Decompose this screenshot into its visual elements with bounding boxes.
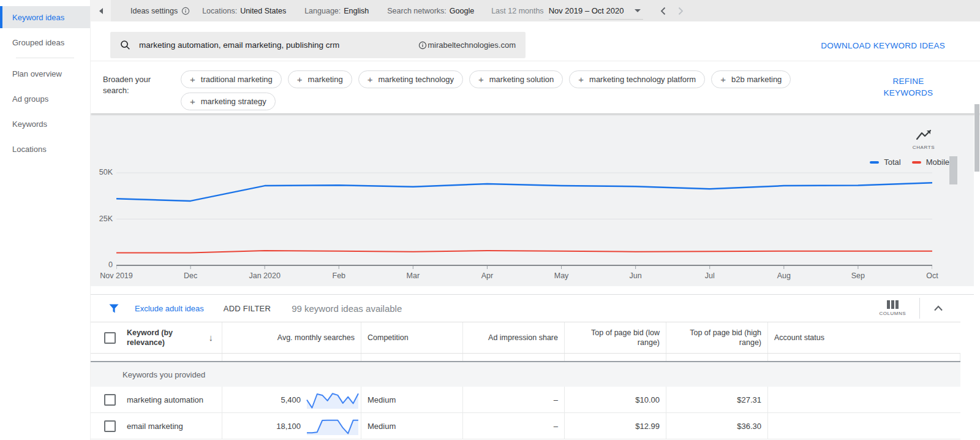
sidebar-item-keyword-ideas[interactable]: Keyword ideas (0, 6, 90, 28)
row-checkbox[interactable] (104, 394, 116, 406)
sidebar-divider (16, 58, 74, 58)
dropdown-arrow-icon (635, 9, 641, 12)
next-period-button[interactable] (678, 7, 684, 15)
search-site-filter[interactable]: mirabeltechnologies.com (418, 40, 516, 50)
keyword-search-input[interactable]: marketing automation, email marketing, p… (110, 32, 526, 58)
table-row-email-marketing: email marketing18,100Medium–$12.99$36.30 (91, 413, 960, 439)
row-checkbox[interactable] (104, 420, 116, 432)
section-label: Keywords you provided (123, 370, 205, 379)
sidebar-item-label: Plan overview (12, 69, 62, 78)
charts-toggle-button[interactable]: CHARTS (904, 129, 943, 150)
download-keyword-ideas-button[interactable]: DOWNLOAD KEYWORD IDEAS (821, 41, 945, 50)
y-axis-tick-label: 25K (92, 214, 113, 223)
x-axis-tick-label: Sep (851, 271, 865, 280)
collapse-table-button[interactable] (933, 305, 943, 311)
keyword-cell: email marketing (91, 413, 222, 439)
header-cell-competition[interactable]: Competition (361, 322, 463, 353)
broaden-chip-traditional-marketing[interactable]: +traditional marketing (181, 70, 282, 88)
broaden-chips-container: +traditional marketing+marketing+marketi… (181, 70, 836, 110)
header-cell-top-of-page-bid-high-range[interactable]: Top of page bid (high range) (666, 322, 768, 353)
search-networks-setting[interactable]: Search networks: Google (387, 7, 474, 15)
bid-high-cell: $27.31 (666, 387, 768, 412)
header-cell-ad-impression-share[interactable]: Ad impression share (463, 322, 565, 353)
x-axis-tick-label: Oct (926, 271, 938, 280)
x-axis-tick-label: Apr (481, 271, 493, 280)
search-networks-value: Google (450, 7, 474, 15)
chip-label: marketing technology platform (589, 75, 696, 84)
charts-icon (916, 129, 932, 142)
sidebar-item-label: Keywords (12, 119, 47, 129)
chart-scrollbar-thumb[interactable] (949, 156, 957, 184)
broaden-chip-marketing-solution[interactable]: +marketing solution (469, 70, 563, 88)
x-axis-tick-label: Aug (777, 271, 791, 280)
previous-period-button[interactable] (660, 7, 666, 15)
avg-monthly-searches-cell: 18,100 (222, 413, 361, 439)
x-axis-tick-label: Jan 2020 (249, 271, 280, 280)
avg-monthly-searches-cell: 5,400 (222, 387, 361, 412)
refine-keywords-button[interactable]: REFINE KEYWORDS (875, 75, 942, 99)
header-cell-avg-monthly-searches[interactable]: Avg. monthly searches (222, 322, 361, 353)
ideas-settings-button[interactable]: Ideas settings (130, 7, 190, 15)
sort-descending-icon[interactable]: ↓ (209, 333, 214, 343)
exclude-adult-ideas-filter[interactable]: Exclude adult ideas (135, 304, 204, 313)
column-header-label: Top of page bid (low range) (574, 328, 660, 347)
broaden-chip-marketing-strategy[interactable]: +marketing strategy (181, 93, 276, 110)
chip-label: marketing (308, 75, 343, 84)
plus-icon: + (297, 75, 303, 84)
broaden-search-label: Broaden your search: (103, 74, 159, 96)
legend-swatch-total (870, 161, 879, 164)
plus-icon: + (478, 75, 484, 84)
competition-cell: Medium (361, 387, 463, 412)
chip-label: marketing strategy (201, 97, 266, 106)
select-all-checkbox[interactable] (104, 332, 116, 344)
vertical-scrollbar-thumb[interactable] (974, 104, 979, 172)
broaden-chip-marketing[interactable]: +marketing (288, 70, 352, 88)
spacer-cell (91, 354, 222, 361)
table-body: marketing automation5,400Medium–$10.00$2… (91, 387, 960, 439)
locations-setting[interactable]: Locations: United States (202, 7, 286, 15)
column-header-label: Avg. monthly searches (277, 333, 355, 343)
search-icon (120, 40, 130, 50)
add-filter-button[interactable]: ADD FILTER (224, 304, 271, 313)
keyword-cell: marketing automation (91, 387, 222, 412)
total-line (116, 183, 932, 201)
plus-icon: + (190, 75, 195, 84)
sparkline-chart (306, 389, 360, 410)
sidebar-nav: Keyword ideasGrouped ideasPlan overviewA… (0, 6, 90, 160)
search-card: marketing automation, email marketing, p… (91, 21, 980, 113)
columns-button[interactable]: COLUMNS (879, 300, 906, 316)
sidebar-item-plan-overview[interactable]: Plan overview (0, 63, 90, 85)
header-cell-account-status[interactable]: Account status (768, 322, 960, 353)
spacer-cell (768, 354, 960, 361)
sidebar-item-grouped-ideas[interactable]: Grouped ideas (0, 31, 90, 53)
header-cell-top-of-page-bid-low-range[interactable]: Top of page bid (low range) (565, 322, 666, 353)
broaden-chip-b2b-marketing[interactable]: +b2b marketing (711, 70, 791, 88)
locations-label: Locations: (202, 7, 237, 15)
spacer-cell (463, 354, 565, 361)
sidebar-item-keywords[interactable]: Keywords (0, 113, 90, 135)
topbar: Ideas settings Locations: United States … (91, 0, 980, 21)
broaden-chip-marketing-technology-platform[interactable]: +marketing technology platform (569, 70, 705, 88)
legend-label: Total (884, 157, 900, 167)
x-axis-tick-label: Jun (630, 271, 642, 280)
x-axis-tick-label: Feb (332, 271, 345, 280)
collapse-panel-button[interactable] (91, 0, 111, 21)
sidebar-item-ad-groups[interactable]: Ad groups (0, 88, 90, 110)
bid-low-cell: $12.99 (565, 413, 666, 439)
sidebar-item-label: Locations (12, 145, 47, 154)
plus-icon: + (368, 75, 373, 84)
competition-cell: Medium (361, 413, 463, 439)
sidebar-item-locations[interactable]: Locations (0, 138, 90, 160)
chip-label: marketing solution (489, 75, 554, 84)
info-icon[interactable] (181, 7, 190, 15)
table-header-spacer (91, 354, 960, 361)
card-divider (91, 61, 980, 61)
search-networks-label: Search networks: (387, 7, 447, 15)
vertical-divider (919, 298, 920, 319)
date-range-dropdown[interactable]: Nov 2019 – Oct 2020 (549, 2, 644, 20)
keyword-text: email marketing (127, 422, 183, 431)
columns-button-label: COLUMNS (879, 311, 906, 316)
filter-bar: Exclude adult ideas ADD FILTER 99 keywor… (91, 295, 974, 322)
language-setting[interactable]: Language: English (304, 7, 369, 15)
broaden-chip-marketing-technology[interactable]: +marketing technology (358, 70, 463, 88)
